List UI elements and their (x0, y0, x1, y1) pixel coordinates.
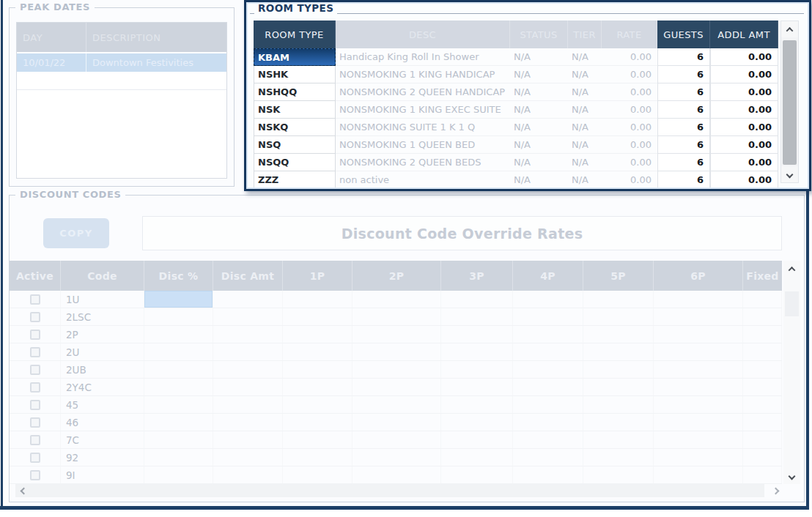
room-type-addl-amt[interactable]: 0.00 (710, 83, 778, 101)
room-type-addl-amt[interactable]: 0.00 (710, 101, 778, 119)
room-type-guests[interactable]: 6 (657, 119, 710, 136)
discount-code-label: 1U (61, 291, 144, 308)
peak-dates-panel: PEAK DATES DAY DESCRIPTION 10/01/22 Down… (9, 7, 235, 187)
room-type-code-cell[interactable]: NSK (254, 101, 336, 119)
room-type-addl-amt[interactable]: 0.00 (710, 136, 778, 154)
active-checkbox[interactable] (30, 435, 40, 445)
room-type-status: N/A (510, 119, 568, 136)
discount-row: 2Y4C (10, 379, 782, 396)
room-types-table: ROOM TYPE DESC STATUS TIER RATE GUESTS A… (254, 21, 778, 187)
active-checkbox[interactable] (30, 470, 40, 480)
discount-code-label: 46 (61, 414, 144, 431)
discount-row: 2P (10, 326, 782, 343)
active-checkbox[interactable] (30, 365, 40, 375)
discount-row: 92 (10, 449, 782, 466)
window-border-left (1, 0, 3, 509)
room-type-tier: N/A (568, 83, 602, 101)
room-type-code-cell-selected[interactable]: KBAM (254, 48, 336, 66)
room-type-code-cell[interactable]: ZZZ (254, 171, 336, 187)
scrollbar-thumb[interactable] (783, 40, 797, 165)
discount-row: 46 (10, 414, 782, 431)
disc-pct-selected-cell[interactable] (144, 291, 213, 308)
discount-col-disc-pct: Disc % (144, 261, 213, 291)
room-type-status: N/A (510, 101, 568, 119)
room-type-rate: 0.00 (602, 66, 657, 83)
room-type-status: N/A (510, 154, 568, 171)
scroll-right-button[interactable] (767, 484, 783, 497)
room-type-tier: N/A (568, 101, 602, 119)
room-type-status: N/A (510, 66, 568, 83)
scroll-down-icon (789, 472, 796, 480)
room-type-guests[interactable]: 6 (657, 83, 710, 101)
room-type-code-cell[interactable]: NSQQ (254, 154, 336, 171)
active-checkbox[interactable] (30, 312, 40, 322)
room-type-code-cell[interactable]: NSQ (254, 136, 336, 154)
col-tier: TIER (568, 21, 602, 48)
scroll-right-icon (772, 487, 779, 494)
room-type-desc: NONSMOKING 2 QUEEN BEDS (336, 154, 510, 171)
discount-horizontal-scrollbar[interactable] (15, 484, 764, 497)
room-type-rate: 0.00 (602, 154, 657, 171)
col-addl-amt[interactable]: ADDL AMT (710, 21, 778, 48)
room-type-code-cell[interactable]: NSKQ (254, 119, 336, 136)
room-type-addl-amt[interactable]: 0.00 (710, 171, 778, 187)
room-type-row: NSQQ NONSMOKING 2 QUEEN BEDS N/A N/A 0.0… (254, 154, 778, 171)
active-checkbox[interactable] (30, 382, 40, 393)
discount-vertical-scrollbar[interactable] (783, 261, 800, 484)
active-checkbox[interactable] (30, 330, 40, 340)
scroll-up-button[interactable] (781, 21, 798, 37)
room-type-tier: N/A (568, 66, 602, 83)
col-room-type[interactable]: ROOM TYPE (254, 21, 336, 48)
room-type-addl-amt[interactable]: 0.00 (710, 119, 778, 136)
room-type-tier: N/A (568, 119, 602, 136)
room-type-code-cell[interactable]: NSHK (254, 66, 336, 83)
room-types-vertical-scrollbar[interactable] (780, 21, 799, 183)
room-type-addl-amt[interactable]: 0.00 (710, 48, 778, 66)
scroll-up-icon (786, 26, 794, 34)
room-type-status: N/A (510, 48, 568, 66)
discount-row: 45 (10, 396, 782, 414)
discount-col-2p: 2P (353, 261, 441, 291)
room-type-rate: 0.00 (602, 83, 657, 101)
room-type-row: NSHQQ NONSMOKING 2 QUEEN HANDICAP N/A N/… (254, 83, 778, 101)
room-type-status: N/A (510, 171, 568, 187)
active-checkbox[interactable] (30, 347, 40, 357)
discount-code-label: 92 (61, 449, 144, 466)
discount-header-row: Active Code Disc % Disc Amt 1P 2P 3P 4P … (10, 261, 782, 291)
room-type-desc: NONSMOKING 1 KING HANDICAP (336, 66, 510, 83)
scroll-down-icon (786, 171, 794, 178)
discount-col-disc-amt: Disc Amt (213, 261, 283, 291)
room-type-guests[interactable]: 6 (657, 171, 710, 187)
col-guests[interactable]: GUESTS (657, 21, 710, 48)
scrollbar-thumb[interactable] (785, 291, 799, 316)
room-type-desc: NONSMOKING 1 QUEEN BED (336, 136, 510, 154)
room-types-panel-content: ROOM TYPES ROOM TYPE DESC STATUS TIER RA… (248, 4, 808, 187)
room-type-tier: N/A (568, 171, 602, 187)
room-type-guests[interactable]: 6 (657, 66, 710, 83)
active-checkbox[interactable] (30, 453, 40, 463)
discount-col-3p: 3P (441, 261, 513, 291)
room-type-addl-amt[interactable]: 0.00 (710, 154, 778, 171)
active-checkbox[interactable] (30, 294, 40, 305)
discount-col-code: Code (61, 261, 144, 291)
room-type-guests[interactable]: 6 (657, 154, 710, 171)
room-type-code-cell[interactable]: NSHQQ (254, 83, 336, 101)
room-type-guests[interactable]: 6 (657, 101, 710, 119)
room-type-desc: non active (336, 171, 510, 187)
active-checkbox[interactable] (30, 417, 40, 428)
discount-code-label: 2UB (61, 361, 144, 378)
room-type-row: NSKQ NONSMOKING SUITE 1 K 1 Q N/A N/A 0.… (254, 119, 778, 136)
discount-codes-legend: DISCOUNT CODES (15, 189, 125, 200)
discount-row: 1U (10, 291, 782, 308)
scroll-up-icon (789, 266, 796, 273)
room-type-addl-amt[interactable]: 0.00 (710, 66, 778, 83)
scroll-down-button[interactable] (781, 166, 798, 182)
room-type-guests[interactable]: 6 (657, 48, 710, 66)
room-type-rate: 0.00 (602, 101, 657, 119)
copy-button[interactable]: COPY (43, 218, 109, 248)
peak-date-row-selected[interactable]: 10/01/22 Downtown Festivities (17, 53, 226, 72)
discount-code-label: 7C (61, 431, 144, 448)
active-checkbox[interactable] (30, 400, 40, 410)
room-type-guests[interactable]: 6 (657, 136, 710, 154)
peak-dates-table: DAY DESCRIPTION 10/01/22 Downtown Festiv… (16, 22, 227, 179)
